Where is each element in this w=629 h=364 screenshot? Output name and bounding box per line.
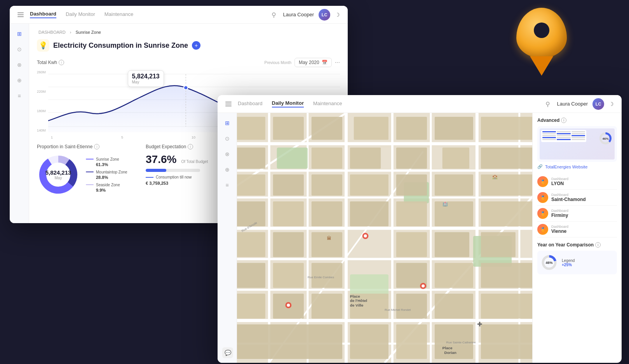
city-badge-lyon: 🏅 [537,176,548,187]
menu-icon[interactable] [17,12,24,17]
pin-body [516,8,567,58]
svg-rect-47 [237,175,265,196]
svg-rect-67 [237,263,265,288]
legend-name-mountain: Mountaintop Zone [96,170,127,174]
back-sidebar-icon-3[interactable]: ⊗ [16,61,23,69]
map-area[interactable]: 🏛 🏥 🏫 Rue d'Arcole Rue Emile Combes Rue … [237,113,532,363]
front-user-avatar[interactable]: LC [592,98,604,110]
back-tab-dashboard[interactable]: Dashboard [30,11,56,18]
city-info-vienne: Dashboard Vienne [551,225,617,234]
city-sublabel-vienne: Dashboard [551,225,617,229]
svg-text:✚: ✚ [477,321,482,328]
svg-text:🏛: 🏛 [327,236,331,241]
city-name-saint-chamond: Saint-Chamond [551,197,617,202]
svg-rect-65 [435,232,469,257]
svg-rect-52 [435,175,473,196]
back-user-avatar[interactable]: LC [319,9,330,21]
add-button[interactable]: + [192,41,200,50]
city-item-saint-chamond[interactable]: 🏅 Dashboard Saint-Chamond [537,190,617,206]
back-nav-tabs: Dashboard Daily Monitor Maintenance [30,11,272,18]
front-menu-icon[interactable] [225,102,232,106]
svg-rect-61 [237,232,265,257]
svg-rect-42 [312,147,342,168]
front-tab-dashboard[interactable]: Dashboard [238,101,263,107]
svg-rect-46 [481,147,532,168]
pin-hole [534,23,549,38]
front-sidebar-icon-3[interactable]: ⊗ [223,150,231,158]
back-sidebar-icon-1[interactable]: ⊞ [16,30,23,38]
back-moon-icon[interactable]: ☽ [335,12,340,18]
legend-name-seaside: Seaside Zone [96,183,120,187]
x-10: 10 [192,135,195,139]
back-tab-daily-monitor[interactable]: Daily Monitor [66,11,95,18]
front-sidebar-icon-5[interactable]: ≡ [223,181,231,189]
donut-sublabel: May [45,176,71,180]
back-user-name: Laura Cooper [283,12,314,17]
legend-pct-mountain: 28.8% [96,175,127,180]
svg-rect-36 [312,117,342,140]
svg-rect-30 [277,147,308,168]
svg-text:de l'Hôtel: de l'Hôtel [350,298,367,303]
x-5: 5 [121,135,123,139]
front-tab-daily-monitor[interactable]: Daily Monitor [272,100,304,107]
front-sidebar-icon-1[interactable]: ⊞ [223,119,231,127]
donut-chart: 5,824,213 May [37,153,80,196]
city-item-vienne[interactable]: 🏅 Dashboard Vienne [537,222,617,237]
svg-rect-40 [481,117,532,140]
svg-rect-48 [273,175,304,196]
city-badge-vienne: 🏅 [537,224,548,235]
advanced-section: Advanced i [537,118,617,169]
total-kwh-info-icon[interactable]: i [59,60,64,65]
website-link[interactable]: 🔗 TotalEnergies Website [537,164,617,169]
city-list: 🏅 Dashboard LYON 🏅 Dashboard Saint-Chamo… [537,174,617,237]
page-title-row: 💡 Electricity Consumption in Sunrise Zon… [37,39,340,52]
svg-rect-66 [481,232,516,257]
front-tab-maintenance[interactable]: Maintenance [313,101,342,107]
svg-rect-81 [350,324,389,359]
location-pin [516,8,567,70]
front-sidebar-icon-4[interactable]: ⊕ [223,166,231,173]
y-axis-140: 140M [37,128,46,132]
advanced-info-icon[interactable]: i [561,118,566,123]
budget-info-icon[interactable]: i [188,144,193,149]
front-moon-icon[interactable]: ☽ [609,101,614,107]
budget-label: Of Total Budget [181,159,208,164]
svg-rect-43 [350,147,381,168]
comparison-legend: Legend +25% [562,258,575,267]
year-comparison-info-icon[interactable]: i [595,242,601,248]
comparison-widget: 46% Legend +25% [537,251,617,274]
svg-text:Rue Emile Combes: Rue Emile Combes [308,276,334,279]
city-item-lyon[interactable]: 🏅 Dashboard LYON [537,174,617,190]
back-search-icon[interactable]: ⚲ [272,11,279,18]
legend-items: Sunrise Zone 61.3% Mountaintop Zone 28.8… [86,157,127,192]
back-sidebar-icon-4[interactable]: ⊕ [16,76,23,84]
proportion-info-icon[interactable]: i [94,144,99,149]
svg-rect-39 [435,117,473,140]
svg-point-88 [422,284,425,288]
consumption-amount: € 3,759,253 [146,181,168,185]
front-header-right: ⚲ Laura Cooper LC ☽ [545,98,614,110]
budget-pct: 37.6% [146,153,176,166]
svg-text:Place: Place [443,346,453,350]
advanced-preview-img: 46% [540,128,615,159]
back-sidebar-icon-5[interactable]: ≡ [16,92,23,100]
date-selector[interactable]: May 2020 📅 [294,58,332,67]
svg-rect-38 [396,117,427,140]
back-tab-maintenance[interactable]: Maintenance [105,11,133,18]
city-badge-firminy: 🏅 [537,208,548,219]
svg-text:Dorian: Dorian [444,350,457,355]
svg-rect-34 [237,117,265,140]
front-search-icon[interactable]: ⚲ [545,101,552,107]
svg-rect-80 [237,324,342,359]
back-sidebar-icon-2[interactable]: ⊙ [16,45,23,53]
city-name-firminy: Firminy [551,213,617,218]
svg-rect-62 [273,232,304,257]
city-item-firminy[interactable]: 🏅 Dashboard Firminy [537,206,617,222]
advanced-preview[interactable]: 46% [537,126,617,162]
total-kwh-label: Total Kwh i [37,60,64,65]
legend-name-sunrise: Sunrise Zone [96,157,119,161]
front-sidebar-icon-2[interactable]: ⊙ [223,135,231,142]
y-axis-220: 220M [37,90,46,94]
chart-more-icon[interactable]: ··· [335,59,340,66]
chat-bubble[interactable]: 💬 [222,347,233,358]
